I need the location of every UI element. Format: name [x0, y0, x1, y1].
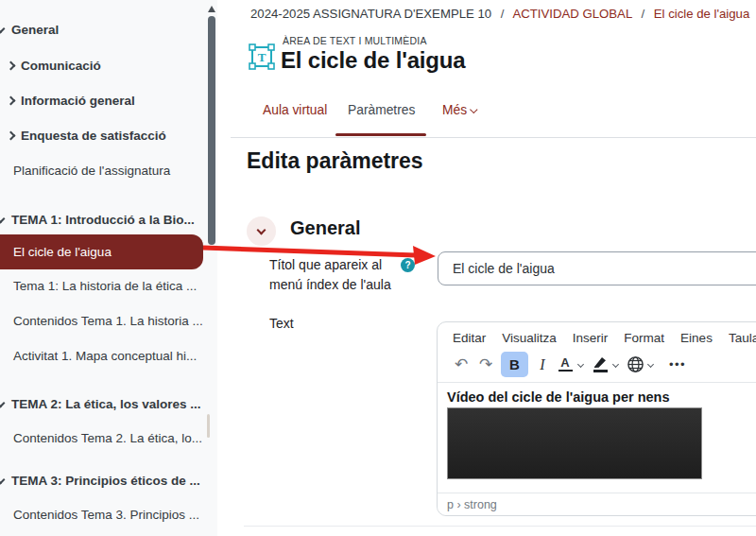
help-icon[interactable]: ?: [401, 258, 415, 272]
text-color-letter: A: [560, 357, 569, 368]
chevron-down-icon[interactable]: [612, 361, 619, 368]
chevron-down-icon[interactable]: [0, 399, 5, 408]
section-divider: [244, 526, 756, 527]
breadcrumb-link-activity[interactable]: El cicle de l'aigua: [654, 7, 749, 21]
sidebar-item-label: Planificació de l'assignatura: [13, 164, 170, 178]
sidebar-scrollbar-thumb[interactable]: [208, 16, 215, 245]
chevron-down-icon[interactable]: [0, 215, 5, 224]
chevron-down-icon[interactable]: [647, 361, 654, 368]
chevron-right-icon[interactable]: [7, 96, 16, 106]
editor-toolbar: ↶ ↷ B I A •••: [438, 349, 756, 383]
breadcrumb: 2024-2025 ASSIGNATURA D'EXEMPLE 10 / ACT…: [250, 7, 756, 21]
svg-text:T: T: [258, 50, 266, 64]
sidebar-item-label: Contenidos Tema 1. La historia ...: [13, 314, 203, 328]
breadcrumb-separator: /: [641, 7, 644, 21]
scrollbar-up-arrow-icon[interactable]: [208, 6, 215, 12]
tab-mes[interactable]: Més: [442, 103, 477, 117]
sidebar-item-tema3[interactable]: TEMA 3: Principios éticos de ...: [0, 473, 217, 490]
text-field-label: Text: [269, 316, 294, 331]
menu-insert[interactable]: Inserir: [573, 331, 609, 345]
redo-icon[interactable]: ↷: [473, 352, 498, 377]
highlight-color-button[interactable]: [589, 352, 611, 377]
section-title: General: [290, 217, 360, 239]
editor-menubar: Editar Visualitza Inserir Format Eines T…: [438, 322, 756, 349]
activity-type-label: ÀREA DE TEXT I MULTIMÈDIA: [283, 35, 427, 46]
element-path: p › strong: [447, 498, 497, 511]
sidebar-item-enquesta[interactable]: Enquesta de satisfacció: [0, 128, 217, 145]
editor-content-heading: Vídeo del cicle de l'aigua per nens: [447, 389, 756, 405]
globe-icon: [627, 355, 644, 373]
chevron-down-icon: [470, 106, 477, 113]
pen-icon: [593, 356, 607, 368]
sidebar-item-label: Comunicació: [21, 59, 101, 73]
course-index-sidebar: General Comunicació Informació general E…: [0, 0, 217, 536]
editor-content-area[interactable]: Vídeo del cicle de l'aigua per nens: [438, 383, 756, 479]
sidebar-item-label: Contenidos Tema 3. Principios ...: [13, 508, 199, 522]
sidebar-item-tema1[interactable]: TEMA 1: Introducció a la Bio...: [0, 212, 217, 229]
sidebar-item-label: El cicle de l'aigua: [13, 245, 112, 259]
tab-bar-divider: [231, 137, 756, 138]
chevron-down-icon: [257, 225, 266, 234]
section-collapse-button[interactable]: [247, 216, 276, 246]
sidebar-item-tema1-historia[interactable]: Tema 1: La historia de la ética ...: [0, 278, 217, 295]
language-globe-button[interactable]: [624, 352, 646, 377]
italic-button[interactable]: I: [531, 352, 554, 377]
title-field-label-line2: menú índex de l'aula: [269, 277, 391, 292]
text-color-bar: [558, 370, 573, 372]
title-field-label-line1: Títol que apareix al: [269, 257, 382, 272]
form-heading: Edita paràmetres: [247, 148, 423, 174]
text-media-area-icon: T: [248, 43, 276, 71]
sidebar-item-planificacio[interactable]: Planificació de l'assignatura: [0, 163, 217, 180]
sidebar-item-label: Enquesta de satisfacció: [21, 129, 166, 143]
sidebar-item-contenidos-tema2[interactable]: Contenidos Tema 2. La ética, lo...: [0, 430, 217, 447]
title-input[interactable]: [438, 251, 756, 285]
sidebar-item-contenidos-tema3[interactable]: Contenidos Tema 3. Principios ...: [0, 507, 217, 524]
sidebar-item-label: Contenidos Tema 2. La ética, lo...: [13, 431, 202, 445]
sidebar-item-label: Tema 1: La historia de la ética ...: [13, 279, 197, 293]
menu-edit[interactable]: Editar: [453, 331, 486, 345]
menu-tools[interactable]: Eines: [680, 331, 713, 345]
sidebar-scrollbar-track: [207, 414, 210, 438]
sidebar-item-contenidos-tema1[interactable]: Contenidos Tema 1. La historia ...: [0, 313, 217, 330]
chevron-down-icon[interactable]: [0, 25, 5, 34]
chevron-right-icon[interactable]: [7, 131, 16, 141]
text-color-button[interactable]: A: [554, 352, 576, 377]
sidebar-item-comunicacio[interactable]: Comunicació: [0, 58, 217, 75]
breadcrumb-course: 2024-2025 ASSIGNATURA D'EXEMPLE 10: [250, 7, 491, 21]
highlight-color-bar: [593, 370, 608, 372]
undo-icon[interactable]: ↶: [449, 352, 473, 377]
embedded-video[interactable]: [447, 407, 702, 479]
chevron-right-icon[interactable]: [7, 61, 16, 71]
sidebar-item-label: TEMA 3: Principios éticos de ...: [11, 474, 200, 488]
breadcrumb-link-section[interactable]: ACTIVIDAD GLOBAL: [512, 7, 631, 21]
more-toolbar-button[interactable]: •••: [666, 352, 689, 377]
sidebar-item-informacio-general[interactable]: Informació general: [0, 93, 217, 110]
tab-parametres[interactable]: Paràmetres: [348, 103, 415, 117]
sidebar-item-label: General: [11, 23, 59, 37]
tab-aula-virtual[interactable]: Aula virtual: [263, 103, 327, 117]
menu-format[interactable]: Format: [624, 331, 664, 345]
sidebar-item-label: Informació general: [21, 94, 135, 108]
sidebar-item-activitat1[interactable]: Activitat 1. Mapa conceptual hi...: [0, 348, 217, 365]
page-title: El cicle de l'aigua: [281, 47, 465, 74]
chevron-down-icon[interactable]: [577, 361, 584, 368]
breadcrumb-separator: /: [501, 7, 505, 21]
editor-statusbar: p › strong: [438, 493, 756, 515]
menu-table[interactable]: Taula: [729, 331, 756, 345]
sidebar-item-selected-el-cicle[interactable]: El cicle de l'aigua: [0, 234, 203, 269]
sidebar-item-tema2[interactable]: TEMA 2: La ética, los valores ...: [0, 396, 217, 413]
bold-button[interactable]: B: [501, 352, 528, 377]
tab-mes-label: Més: [442, 103, 467, 117]
sidebar-item-label: TEMA 1: Introducció a la Bio...: [11, 213, 195, 227]
sidebar-item-label: Activitat 1. Mapa conceptual hi...: [13, 349, 197, 363]
menu-view[interactable]: Visualitza: [502, 331, 557, 345]
sidebar-item-general[interactable]: General: [0, 22, 217, 39]
chevron-down-icon[interactable]: [0, 475, 5, 485]
sidebar-item-label: TEMA 2: La ética, los valores ...: [11, 397, 201, 411]
rich-text-editor: Editar Visualitza Inserir Format Eines T…: [437, 321, 756, 516]
active-tab-underline: [335, 133, 426, 136]
